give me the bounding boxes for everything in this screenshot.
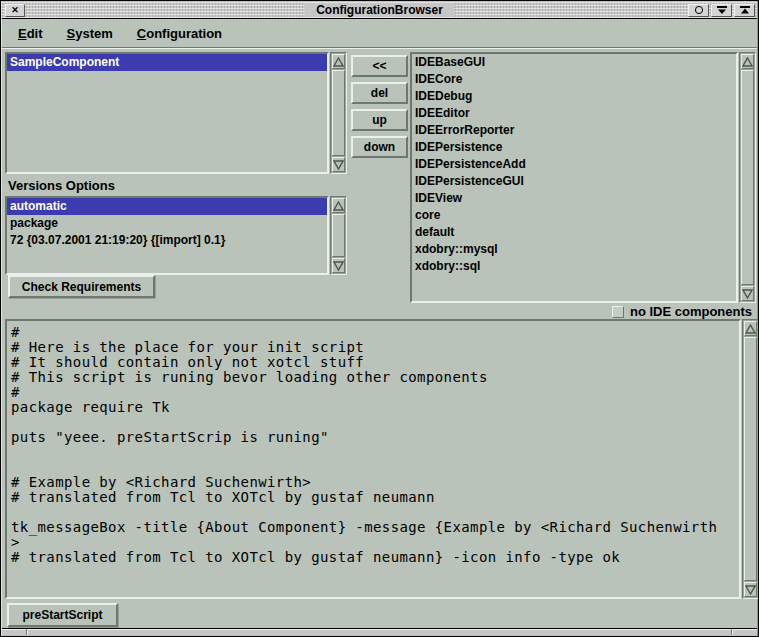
resize-handle-right[interactable] xyxy=(731,629,733,635)
editor-scrollbar[interactable] xyxy=(742,319,759,599)
available-item[interactable]: xdobry::mysql xyxy=(412,241,736,258)
menu-item[interactable]: Edit xyxy=(18,26,43,41)
wm-maximize-button[interactable] xyxy=(734,4,755,17)
scroll-up-arrow-icon[interactable] xyxy=(332,54,345,69)
version-item[interactable]: automatic xyxy=(7,198,327,215)
script-text[interactable]: # # Here is the place for your init scri… xyxy=(7,321,739,565)
versions-scrollbar[interactable] xyxy=(330,196,347,275)
available-item[interactable]: IDEBaseGUI xyxy=(412,54,736,71)
available-item[interactable]: IDEEditor xyxy=(412,105,736,122)
scroll-thumb[interactable] xyxy=(332,214,345,257)
menu-item[interactable]: Configuration xyxy=(137,26,222,41)
components-scrollbar[interactable] xyxy=(330,52,347,174)
available-item[interactable]: IDECore xyxy=(412,71,736,88)
available-item[interactable]: IDEErrorReporter xyxy=(412,122,736,139)
version-item[interactable]: 72 {03.07.2001 21:19:20} {[import] 0.1} xyxy=(7,232,327,249)
close-button[interactable]: ✕ xyxy=(5,4,25,17)
resize-handle-left[interactable] xyxy=(26,629,28,635)
scroll-down-arrow-icon[interactable] xyxy=(744,582,757,597)
transfer-button[interactable]: del xyxy=(351,82,408,104)
available-item[interactable]: IDEPersistenceAdd xyxy=(412,156,736,173)
available-item[interactable]: default xyxy=(412,224,736,241)
bar-down-triangle-icon xyxy=(716,5,728,15)
configuration-browser-window: ✕ ConfigurationBrowser EditSystemConfi xyxy=(0,0,759,637)
checkbox-label: no IDE components xyxy=(630,304,752,319)
available-listbox[interactable]: IDEBaseGUIIDECoreIDEDebugIDEEditorIDEErr… xyxy=(410,52,738,303)
components-listbox[interactable]: SampleComponent xyxy=(5,52,329,174)
scroll-thumb[interactable] xyxy=(741,70,754,285)
transfer-buttons: <<delupdown xyxy=(351,55,408,163)
checkbox-indicator-icon[interactable] xyxy=(612,306,624,318)
prestartscript-button[interactable]: preStartScript xyxy=(7,603,118,627)
no-ide-components-checkbox[interactable]: no IDE components xyxy=(612,304,752,319)
check-requirements-label: Check Requirements xyxy=(22,280,141,294)
bottom-resize-bar[interactable] xyxy=(2,628,757,635)
scroll-down-arrow-icon[interactable] xyxy=(332,157,345,172)
versions-options-label: Versions Options xyxy=(8,178,115,193)
scroll-thumb[interactable] xyxy=(332,70,345,156)
available-item[interactable]: IDEDebug xyxy=(412,88,736,105)
available-scrollbar[interactable] xyxy=(739,52,756,303)
menu-item[interactable]: System xyxy=(67,26,113,41)
available-item[interactable]: IDEView xyxy=(412,190,736,207)
prestartscript-label: preStartScript xyxy=(22,608,102,622)
scroll-up-arrow-icon[interactable] xyxy=(332,198,345,213)
wm-shade-button[interactable] xyxy=(711,4,732,17)
titlebar[interactable]: ✕ ConfigurationBrowser xyxy=(2,2,757,19)
available-item[interactable]: xdobry::sql xyxy=(412,258,736,275)
bar-up-triangle-icon xyxy=(739,5,751,15)
scroll-up-arrow-icon[interactable] xyxy=(744,321,757,336)
scroll-down-arrow-icon[interactable] xyxy=(741,286,754,301)
window-title: ConfigurationBrowser xyxy=(304,3,455,17)
circle-icon xyxy=(694,5,704,15)
scroll-up-arrow-icon[interactable] xyxy=(741,54,754,69)
component-item[interactable]: SampleComponent xyxy=(7,54,327,71)
scroll-thumb[interactable] xyxy=(744,337,757,581)
scroll-down-arrow-icon[interactable] xyxy=(332,258,345,273)
transfer-button[interactable]: << xyxy=(351,55,408,77)
available-item[interactable]: IDEPersistence xyxy=(412,139,736,156)
wm-menu-button[interactable] xyxy=(688,4,709,17)
transfer-button[interactable]: up xyxy=(351,109,408,131)
check-requirements-button[interactable]: Check Requirements xyxy=(8,275,155,298)
available-item[interactable]: core xyxy=(412,207,736,224)
transfer-button[interactable]: down xyxy=(351,136,408,158)
menubar: EditSystemConfiguration xyxy=(2,19,757,48)
script-editor[interactable]: # # Here is the place for your init scri… xyxy=(5,319,741,599)
close-icon: ✕ xyxy=(11,6,19,15)
versions-listbox[interactable]: automaticpackage72 {03.07.2001 21:19:20}… xyxy=(5,196,329,275)
available-item[interactable]: IDEPersistenceGUI xyxy=(412,173,736,190)
version-item[interactable]: package xyxy=(7,215,327,232)
